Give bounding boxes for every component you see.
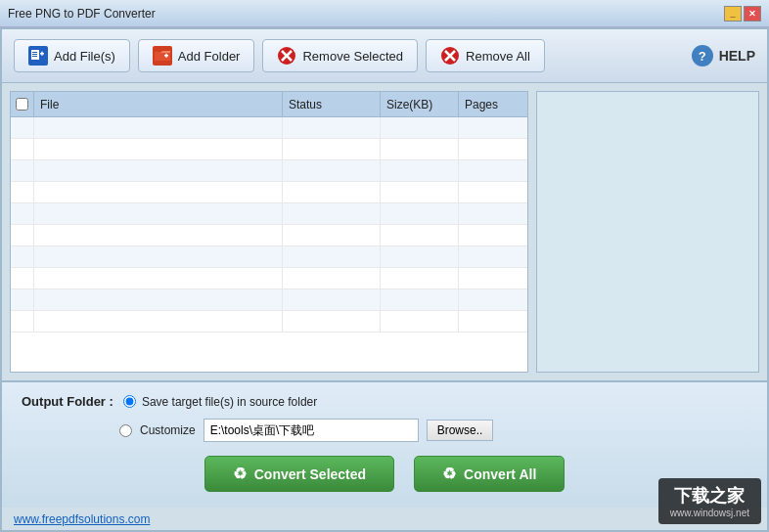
customize-label: Customize: [140, 423, 196, 437]
website-link[interactable]: www.freepdfsolutions.com: [14, 512, 150, 526]
table-row: [11, 182, 527, 203]
help-label: HELP: [719, 48, 755, 64]
customize-radio[interactable]: [119, 424, 132, 437]
column-status: Status: [283, 92, 381, 116]
help-icon: ?: [692, 45, 713, 66]
table-row: [11, 225, 527, 246]
bottom-panel: Output Folder : Save target file(s) in s…: [2, 380, 767, 508]
remove-all-icon: [440, 46, 460, 66]
table-row: [11, 246, 527, 268]
table-row: [11, 203, 527, 225]
file-list-header: File Status Size(KB) Pages: [11, 92, 527, 117]
table-row: [11, 117, 527, 139]
table-row: [11, 139, 527, 160]
window-title: Free PNG to PDF Converter: [8, 7, 156, 21]
convert-selected-button[interactable]: ♻ Convert Selected: [204, 456, 394, 492]
column-pages: Pages: [459, 92, 527, 116]
remove-all-label: Remove All: [466, 49, 530, 64]
output-folder-label: Output Folder :: [22, 394, 113, 409]
svg-rect-4: [32, 56, 37, 57]
select-all-input[interactable]: [16, 98, 28, 111]
minimize-button[interactable]: _: [724, 6, 742, 22]
convert-row: ♻ Convert Selected ♻ Convert All: [22, 456, 747, 492]
output-folder-row: Output Folder : Save target file(s) in s…: [22, 394, 747, 409]
convert-selected-icon: ♻: [233, 465, 247, 483]
customize-path-input[interactable]: [204, 419, 419, 442]
table-row: [11, 160, 527, 182]
close-button[interactable]: ✕: [744, 6, 761, 22]
table-row: [11, 268, 527, 289]
convert-all-icon: ♻: [442, 465, 456, 483]
footer: www.freepdfsolutions.com: [2, 508, 767, 530]
customize-row: Customize Browse..: [119, 419, 747, 442]
browse-button[interactable]: Browse..: [427, 420, 494, 441]
add-folder-label: Add Folder: [178, 49, 241, 64]
svg-rect-9: [165, 54, 167, 58]
column-file: File: [34, 92, 283, 116]
convert-all-label: Convert All: [464, 466, 536, 482]
remove-selected-label: Remove Selected: [302, 49, 403, 64]
file-list-container: File Status Size(KB) Pages: [10, 91, 528, 373]
add-folder-icon: [153, 46, 172, 66]
watermark: 下载之家 www.windowsj.net: [658, 478, 761, 524]
watermark-text: 下载之家: [670, 484, 749, 508]
preview-area: [536, 91, 759, 373]
select-all-checkbox[interactable]: [11, 92, 34, 116]
table-row: [11, 311, 527, 332]
remove-all-button[interactable]: Remove All: [426, 39, 545, 72]
save-in-source-row: Save target file(s) in source folder: [123, 395, 317, 409]
watermark-sub: www.windowsj.net: [670, 508, 749, 518]
help-button[interactable]: ? HELP: [692, 45, 755, 66]
remove-selected-button[interactable]: Remove Selected: [262, 39, 418, 72]
svg-rect-6: [41, 52, 43, 56]
add-files-button[interactable]: Add File(s): [14, 39, 130, 72]
table-row: [11, 289, 527, 311]
convert-all-button[interactable]: ♻ Convert All: [414, 456, 565, 492]
add-files-icon: [28, 46, 48, 66]
save-in-source-label: Save target file(s) in source folder: [142, 395, 317, 409]
svg-rect-2: [32, 52, 37, 53]
svg-rect-3: [32, 54, 37, 55]
add-folder-button[interactable]: Add Folder: [138, 39, 255, 72]
content-area: File Status Size(KB) Pages: [2, 83, 767, 380]
file-list-body[interactable]: [11, 117, 527, 372]
toolbar: Add File(s) Add Folder: [2, 29, 767, 83]
column-size: Size(KB): [381, 92, 459, 116]
convert-selected-label: Convert Selected: [254, 466, 366, 482]
save-in-source-radio[interactable]: [123, 395, 136, 408]
add-files-label: Add File(s): [54, 49, 115, 64]
remove-selected-icon: [277, 46, 296, 66]
